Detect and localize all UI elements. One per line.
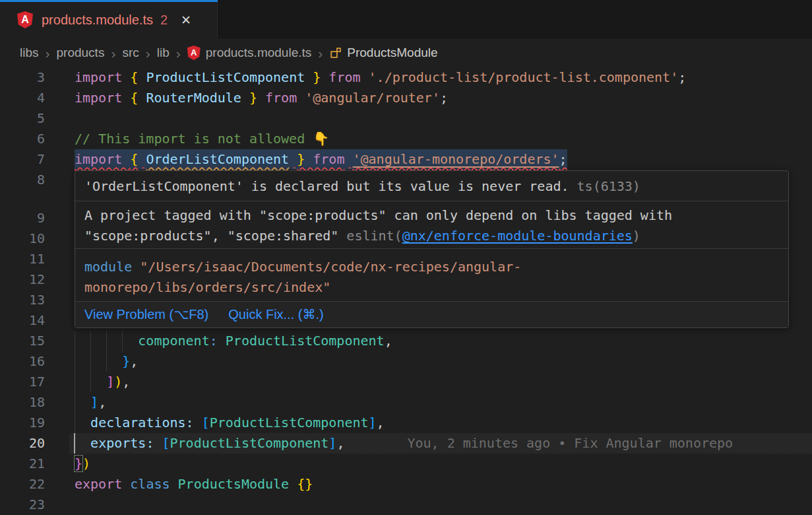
code-token: : bbox=[210, 333, 218, 349]
view-problem-action[interactable]: View Problem (⌥F8) bbox=[84, 304, 208, 325]
line-number[interactable]: 7 bbox=[0, 149, 45, 170]
code-line[interactable]: 17 ]), bbox=[0, 372, 812, 392]
code-token: component bbox=[138, 333, 209, 349]
angular-file-icon: A bbox=[187, 46, 201, 60]
tab-filename: products.module.ts bbox=[42, 13, 153, 28]
hover-section: module "/Users/isaac/Documents/code/nx-r… bbox=[75, 249, 788, 302]
code-line[interactable]: 19 declarations: [ProductListComponent], bbox=[0, 413, 812, 433]
code-token: ) bbox=[82, 456, 90, 471]
breadcrumb-item-products-module-ts[interactable]: Aproducts.module.ts bbox=[187, 46, 312, 60]
line-number[interactable]: 23 bbox=[0, 495, 45, 515]
chevron-right-icon: › bbox=[176, 46, 181, 60]
code-token: 👇 bbox=[313, 131, 329, 147]
code-text: // This import is not allowed 👇 bbox=[75, 129, 329, 149]
line-number[interactable]: 22 bbox=[0, 474, 45, 495]
code-text: }, bbox=[75, 351, 138, 372]
code-token: from bbox=[305, 151, 344, 167]
breadcrumb-item-lib[interactable]: lib bbox=[157, 46, 170, 60]
hover-text: 'OrderListComponent' is declared but its… bbox=[84, 178, 569, 194]
code-token: ProductsModule bbox=[178, 476, 290, 492]
code-token bbox=[75, 435, 90, 451]
breadcrumb-item-products[interactable]: products bbox=[57, 46, 105, 60]
code-token: , bbox=[336, 435, 344, 451]
code-token: , bbox=[130, 353, 138, 369]
tab-problems-badge: 2 bbox=[160, 13, 168, 28]
code-text: ], bbox=[75, 392, 106, 413]
breadcrumb-item-productsmodule[interactable]: ProductsModule bbox=[329, 46, 437, 60]
code-token: ProductListComponent bbox=[210, 415, 369, 430]
code-line[interactable]: 23 bbox=[0, 495, 812, 515]
hover-text: eslint( bbox=[346, 228, 402, 244]
breadcrumb-item-libs[interactable]: libs bbox=[20, 46, 39, 60]
code-token: ProductListComponent bbox=[146, 69, 305, 85]
code-token bbox=[361, 69, 369, 85]
code-line[interactable]: 15 component: ProductListComponent, bbox=[0, 331, 812, 351]
hover-text: ) bbox=[633, 228, 640, 244]
code-token: [ bbox=[202, 415, 210, 430]
line-number[interactable]: 12 bbox=[0, 269, 45, 290]
close-icon[interactable]: ✕ bbox=[181, 13, 191, 28]
line-number[interactable]: 16 bbox=[0, 351, 45, 372]
breadcrumb-label: libs bbox=[20, 46, 39, 60]
hover-sections: 'OrderListComponent' is declared but its… bbox=[75, 171, 788, 302]
hover-text: A project tagged with "scope:products" c… bbox=[84, 207, 672, 223]
breadcrumb: libs›products›src›lib›Aproducts.module.t… bbox=[0, 40, 812, 66]
code-token: from bbox=[257, 90, 297, 106]
code-token: export bbox=[75, 476, 122, 492]
eslint-rule-link[interactable]: @nx/enforce-module-boundaries bbox=[402, 228, 633, 244]
tab-products-module[interactable]: A products.module.ts 2 ✕ bbox=[0, 0, 218, 40]
code-token: {} bbox=[297, 476, 313, 492]
code-line[interactable]: 5 bbox=[0, 108, 812, 129]
line-number[interactable]: 4 bbox=[0, 88, 45, 108]
hover-text: module bbox=[84, 259, 140, 275]
code-line[interactable]: 22export class ProductsModule {} bbox=[0, 474, 812, 495]
angular-file-icon: A bbox=[17, 11, 33, 28]
line-number[interactable]: 13 bbox=[0, 290, 45, 310]
line-number[interactable]: 20 bbox=[0, 433, 45, 454]
line-number[interactable]: 9 bbox=[0, 208, 45, 228]
line-number[interactable]: 8 bbox=[0, 170, 45, 190]
code-line[interactable]: 4import { RouterModule } from '@angular/… bbox=[0, 88, 812, 108]
code-token: , bbox=[385, 333, 392, 349]
code-line[interactable]: 16 }, bbox=[0, 351, 812, 372]
code-line[interactable]: 6// This import is not allowed 👇 bbox=[0, 129, 812, 149]
breadcrumb-item-src[interactable]: src bbox=[122, 46, 139, 60]
breadcrumb-label: lib bbox=[157, 46, 170, 60]
hover-text-line: "scope:products", "scope:shared" eslint(… bbox=[84, 226, 779, 246]
line-number[interactable]: 21 bbox=[0, 454, 45, 474]
code-token bbox=[75, 333, 138, 349]
quick-fix-action[interactable]: Quick Fix... (⌘.) bbox=[228, 304, 323, 325]
code-token: ] bbox=[328, 435, 336, 451]
chevron-right-icon: › bbox=[146, 46, 150, 60]
code-line[interactable]: 21}) bbox=[0, 454, 812, 474]
line-number[interactable]: 10 bbox=[0, 228, 45, 249]
hover-text: monorepo/libs/orders/src/index" bbox=[84, 279, 330, 295]
code-text: export class ProductsModule {} bbox=[75, 474, 313, 495]
line-number[interactable]: 3 bbox=[0, 67, 45, 88]
line-number[interactable]: 19 bbox=[0, 413, 45, 433]
code-token: from bbox=[321, 69, 360, 85]
code-token: { bbox=[130, 151, 138, 167]
code-token bbox=[170, 476, 178, 492]
line-number[interactable]: 14 bbox=[0, 310, 45, 331]
code-line[interactable]: 20 exports: [ProductListComponent],You, … bbox=[0, 433, 812, 454]
vscode-editor-window: A products.module.ts 2 ✕ libs›products›s… bbox=[0, 0, 812, 515]
line-number[interactable]: 18 bbox=[0, 392, 45, 413]
code-line[interactable]: 7import { OrderListComponent } from '@an… bbox=[0, 149, 812, 170]
line-number[interactable]: 17 bbox=[0, 372, 45, 392]
line-number[interactable]: 11 bbox=[0, 249, 45, 269]
class-symbol-icon bbox=[329, 46, 342, 59]
code-token: '@angular/router' bbox=[305, 90, 440, 106]
line-number[interactable]: 15 bbox=[0, 331, 45, 351]
code-token: ; bbox=[559, 151, 567, 167]
line-number[interactable]: 5 bbox=[0, 108, 45, 129]
code-line[interactable]: 3import { ProductListComponent } from '.… bbox=[0, 67, 812, 88]
line-number[interactable]: 6 bbox=[0, 129, 45, 149]
code-token: , bbox=[98, 394, 106, 410]
hover-status-bar: View Problem (⌥F8)Quick Fix... (⌘.) bbox=[75, 302, 788, 327]
breadcrumb-label: src bbox=[122, 46, 139, 60]
code-token: OrderListComponent bbox=[146, 151, 289, 167]
code-line[interactable]: 18 ], bbox=[0, 392, 812, 413]
code-token: // This import is not allowed bbox=[75, 131, 313, 147]
code-token: ] bbox=[369, 415, 377, 430]
